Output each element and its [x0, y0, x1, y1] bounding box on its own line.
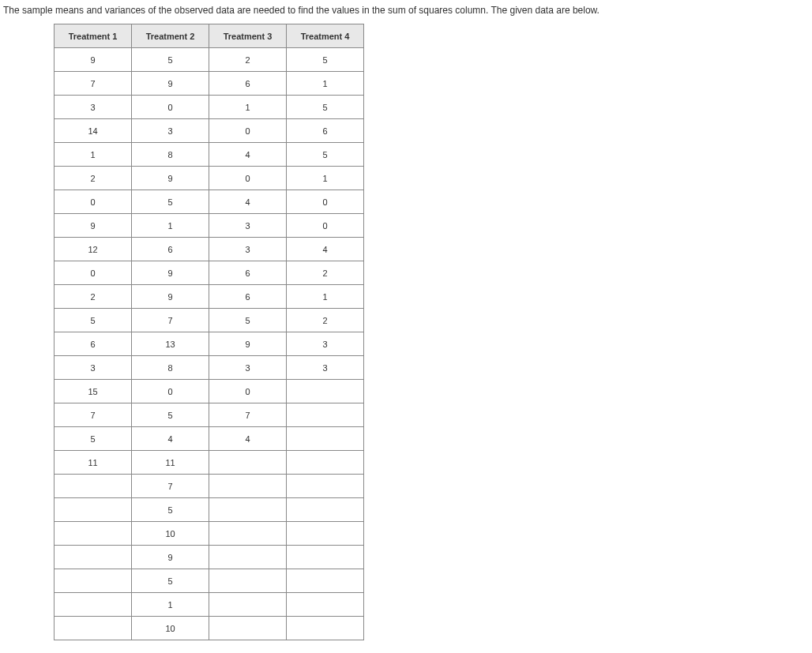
table-cell: 5 [55, 309, 132, 332]
table-header-cell: Treatment 3 [209, 24, 287, 48]
table-cell [287, 475, 364, 498]
table-cell: 8 [132, 143, 209, 167]
table-cell [55, 498, 132, 522]
table-row: 1 [55, 593, 364, 617]
table-cell [55, 593, 132, 617]
table-cell: 7 [209, 403, 287, 427]
table-cell [209, 498, 287, 522]
table-cell: 6 [209, 261, 287, 285]
table-cell: 5 [287, 96, 364, 119]
table-cell [55, 569, 132, 593]
table-cell [287, 593, 364, 617]
table-cell: 1 [287, 285, 364, 309]
table-cell: 3 [209, 214, 287, 238]
table-cell: 0 [287, 190, 364, 214]
table-cell: 9 [132, 546, 209, 569]
intro-text: The sample means and variances of the ob… [0, 0, 812, 24]
table-row: 5752 [55, 309, 364, 332]
table-cell: 5 [287, 143, 364, 167]
table-row: 544 [55, 427, 364, 451]
table-cell: 5 [132, 498, 209, 522]
table-cell: 5 [55, 427, 132, 451]
table-cell: 3 [55, 96, 132, 119]
table-cell: 8 [132, 356, 209, 380]
table-cell [287, 522, 364, 546]
table-cell: 4 [132, 427, 209, 451]
table-cell [55, 617, 132, 640]
table-body: 9525796130151430618452901054091301263409… [55, 48, 364, 640]
table-cell [209, 475, 287, 498]
table-cell [209, 546, 287, 569]
table-cell [287, 569, 364, 593]
table-header-cell: Treatment 2 [132, 24, 209, 48]
table-header-cell: Treatment 4 [287, 24, 364, 48]
table-cell: 1 [132, 214, 209, 238]
table-cell: 1 [287, 167, 364, 190]
table-cell: 9 [132, 167, 209, 190]
table-cell: 3 [209, 238, 287, 261]
table-cell: 4 [209, 143, 287, 167]
table-header-row: Treatment 1Treatment 2Treatment 3Treatme… [55, 24, 364, 48]
table-row: 7 [55, 475, 364, 498]
table-row: 14306 [55, 119, 364, 143]
table-cell [209, 522, 287, 546]
table-cell: 15 [55, 380, 132, 403]
table-cell: 14 [55, 119, 132, 143]
table-cell: 9 [132, 261, 209, 285]
table-row: 0540 [55, 190, 364, 214]
table-cell: 3 [55, 356, 132, 380]
table-cell: 7 [55, 72, 132, 96]
table-cell: 3 [287, 332, 364, 356]
table-cell [209, 451, 287, 475]
table-cell: 2 [287, 309, 364, 332]
table-cell: 0 [55, 261, 132, 285]
table-header-cell: Treatment 1 [55, 24, 132, 48]
table-row: 5 [55, 569, 364, 593]
table-cell: 11 [55, 451, 132, 475]
table-cell: 0 [55, 190, 132, 214]
table-cell: 1 [209, 96, 287, 119]
table-cell [287, 380, 364, 403]
table-cell [287, 546, 364, 569]
table-cell: 5 [287, 48, 364, 72]
table-cell: 6 [209, 72, 287, 96]
table-cell [287, 498, 364, 522]
table-row: 10 [55, 617, 364, 640]
table-row: 3015 [55, 96, 364, 119]
table-cell: 4 [209, 190, 287, 214]
table-cell [287, 427, 364, 451]
table-cell [287, 617, 364, 640]
table-cell: 0 [132, 380, 209, 403]
table-row: 9130 [55, 214, 364, 238]
table-cell [55, 522, 132, 546]
table-row: 0962 [55, 261, 364, 285]
table-row: 2901 [55, 167, 364, 190]
table-cell: 0 [209, 119, 287, 143]
table-cell [287, 403, 364, 427]
table-cell: 5 [132, 190, 209, 214]
table-row: 61393 [55, 332, 364, 356]
table-row: 10 [55, 522, 364, 546]
table-cell: 9 [55, 48, 132, 72]
table-row: 1500 [55, 380, 364, 403]
table-cell: 2 [209, 48, 287, 72]
table-row: 12634 [55, 238, 364, 261]
table-cell: 0 [209, 167, 287, 190]
table-cell [287, 451, 364, 475]
table-cell: 9 [55, 214, 132, 238]
table-cell: 9 [209, 332, 287, 356]
table-row: 7961 [55, 72, 364, 96]
table-cell: 6 [55, 332, 132, 356]
table-cell: 0 [209, 380, 287, 403]
table-cell: 5 [132, 569, 209, 593]
table-cell: 1 [287, 72, 364, 96]
table-row: 1111 [55, 451, 364, 475]
table-row: 9 [55, 546, 364, 569]
table-cell: 1 [55, 143, 132, 167]
table-cell: 7 [132, 309, 209, 332]
table-cell: 11 [132, 451, 209, 475]
table-cell: 5 [132, 403, 209, 427]
table-cell: 13 [132, 332, 209, 356]
table-cell: 3 [132, 119, 209, 143]
table-cell [209, 617, 287, 640]
